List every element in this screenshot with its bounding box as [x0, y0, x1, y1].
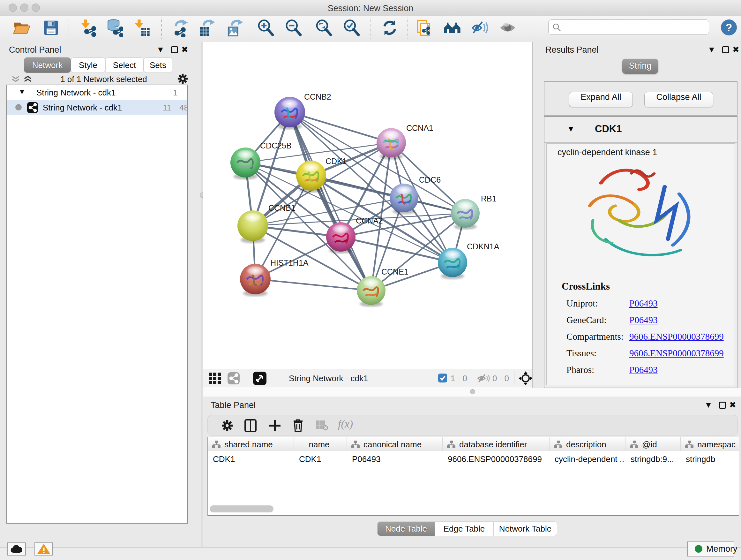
collapse-all-button[interactable]: Collapse All — [644, 92, 713, 107]
column-header-@id[interactable]: @id — [625, 437, 681, 451]
network-collection-row[interactable]: ▼ String Network - cdk1 1 — [7, 85, 187, 100]
hide-unhide-icon[interactable] — [471, 19, 489, 37]
node-RB1[interactable]: RB1 — [451, 194, 496, 230]
tab-network-table[interactable]: Network Table — [493, 521, 557, 536]
cell-name[interactable]: CDK1 — [299, 454, 346, 464]
delete-table-icon[interactable] — [316, 420, 328, 431]
control-panel-float-button[interactable]: ▼ — [156, 45, 165, 55]
network-selection-status: 1 of 1 Network selected — [51, 74, 156, 84]
import-network-database-icon[interactable] — [105, 19, 123, 37]
edge-CCNB2-CCNA1[interactable] — [290, 112, 391, 143]
delete-column-icon[interactable] — [292, 419, 304, 432]
memory-button[interactable]: Memory — [687, 542, 734, 557]
import-network-file-icon[interactable] — [79, 19, 97, 37]
column-label: canonical name — [363, 440, 441, 449]
help-button[interactable]: ? — [721, 19, 737, 36]
network-row-selected[interactable]: String Network - cdk1 11 48 — [7, 100, 187, 115]
results-panel-float-button[interactable]: ▼ — [708, 45, 716, 55]
export-network-icon[interactable] — [172, 19, 189, 37]
show-graphics-icon[interactable] — [499, 19, 517, 37]
column-header-canonical-name[interactable]: canonical name — [347, 437, 443, 451]
expand-all-networks-icon[interactable] — [11, 75, 20, 83]
column-header-database-identifier[interactable]: database identifier — [443, 437, 549, 451]
node-CCNA1[interactable]: CCNA1 — [377, 124, 433, 159]
expand-all-button[interactable]: Expand All — [569, 92, 633, 107]
table-panel-float-button[interactable]: ▼ — [704, 400, 713, 410]
horizontal-splitter[interactable] — [203, 387, 741, 396]
network-share-icon[interactable] — [227, 372, 240, 385]
crosslink-value[interactable]: 9606.ENSP00000378699 — [629, 348, 724, 359]
node-CDK1[interactable]: CDK1 — [296, 157, 347, 192]
table-panel-maximize-button[interactable] — [719, 401, 726, 409]
create-column-icon[interactable] — [268, 419, 281, 432]
export-table-icon[interactable] — [198, 19, 216, 37]
gene-header[interactable]: ▼ CDK1 — [544, 117, 737, 143]
birds-eye-view-icon[interactable] — [253, 371, 267, 385]
zoom-out-icon[interactable] — [284, 19, 302, 37]
function-builder-icon[interactable]: f(x) — [338, 418, 353, 430]
crosslink-value[interactable]: P06493 — [629, 298, 658, 309]
cloud-icon — [10, 545, 22, 553]
column-header-description[interactable]: description — [549, 437, 625, 451]
tab-network[interactable]: Network — [24, 57, 71, 73]
clone-network-icon[interactable] — [415, 19, 433, 37]
crosslink-value[interactable]: P06493 — [629, 365, 658, 375]
hidden-eye-icon[interactable] — [477, 374, 490, 383]
cell-canonical-name[interactable]: P06493 — [352, 454, 441, 464]
column-type-icon — [630, 440, 638, 448]
open-session-icon[interactable] — [13, 19, 30, 37]
refresh-view-icon[interactable] — [381, 19, 399, 37]
cell-shared-name[interactable]: CDK1 — [213, 454, 293, 464]
results-panel-maximize-button[interactable] — [722, 46, 729, 53]
collection-expand-arrow[interactable]: ▼ — [18, 88, 25, 96]
column-header-namespac[interactable]: namespac — [681, 437, 739, 451]
tab-string[interactable]: String — [622, 59, 658, 74]
cloud-button[interactable] — [7, 543, 26, 556]
table-toolbar: f(x) — [207, 415, 738, 435]
node-CDKN1A[interactable]: CDKN1A — [438, 242, 499, 279]
control-panel-close-button[interactable]: ✖ — [181, 45, 188, 55]
zoom-fit-icon[interactable] — [315, 19, 333, 37]
horizontal-splitter-handle[interactable] — [470, 389, 475, 394]
node-HIST1H1A[interactable]: HIST1H1A — [240, 258, 309, 296]
network-options-gear-icon[interactable] — [178, 73, 188, 84]
tab-style[interactable]: Style — [71, 57, 105, 73]
crosslink-value[interactable]: P06493 — [629, 315, 658, 325]
table-settings-gear-icon[interactable] — [221, 420, 233, 431]
show-columns-icon[interactable] — [245, 419, 257, 432]
table-panel-close-button[interactable]: ✖ — [729, 400, 736, 410]
column-header-name[interactable]: name — [294, 437, 347, 451]
export-image-icon[interactable] — [226, 19, 244, 37]
tab-node-table[interactable]: Node Table — [377, 521, 435, 536]
zoom-selected-icon[interactable] — [342, 19, 360, 37]
home-icon[interactable] — [443, 19, 461, 37]
zoom-in-icon[interactable] — [257, 19, 274, 37]
left-splitter[interactable] — [201, 42, 203, 547]
gene-collapse-arrow[interactable]: ▼ — [567, 125, 575, 133]
table-horizontal-scrollbar[interactable] — [210, 505, 273, 512]
control-panel-maximize-button[interactable] — [171, 46, 178, 53]
node-table[interactable]: shared namenamecanonical namedatabase id… — [207, 437, 739, 516]
node-CCNB1[interactable]: CCNB1 — [238, 203, 295, 243]
column-header-shared-name[interactable]: shared name — [208, 437, 294, 451]
save-session-icon[interactable] — [42, 19, 60, 37]
cell-namespac[interactable]: stringdb — [686, 454, 738, 464]
cell-@id[interactable]: stringdb:9... — [630, 454, 679, 464]
node-CCNE1[interactable]: CCNE1 — [357, 267, 408, 307]
table-panel-title: Table Panel — [211, 400, 256, 410]
pan-crosshair-icon[interactable] — [519, 371, 533, 385]
tab-select[interactable]: Select — [105, 57, 144, 73]
search-input[interactable] — [548, 19, 709, 35]
cell-description[interactable]: cyclin-dependent ... — [555, 454, 624, 464]
grid-view-icon[interactable] — [209, 373, 221, 384]
network-canvas[interactable]: CCNB2CCNA1CDC25BCDK1CDC6RB1CCNB1CCNA2CDK… — [203, 42, 532, 369]
tab-edge-table[interactable]: Edge Table — [435, 521, 493, 536]
warning-button[interactable] — [35, 543, 53, 556]
import-table-icon[interactable] — [132, 19, 150, 37]
crosslink-value[interactable]: 9606.ENSP00000378699 — [629, 331, 724, 342]
cell-database-identifier[interactable]: 9606.ENSP00000378699 — [448, 454, 548, 464]
results-panel-close-button[interactable]: ✖ — [732, 45, 739, 55]
tab-sets[interactable]: Sets — [144, 57, 172, 73]
collapse-all-networks-icon[interactable] — [23, 75, 32, 83]
selected-checkbox-icon[interactable] — [438, 373, 448, 383]
